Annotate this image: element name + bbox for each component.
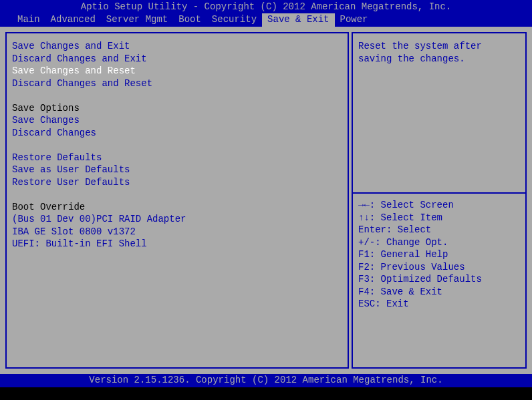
content-area: Save Changes and ExitDiscard Changes and…: [0, 27, 532, 374]
key-help-list: →←: Select Screen↑↓: Select ItemEnter: S…: [358, 199, 520, 311]
key-help-line: F4: Save & Exit: [358, 286, 520, 298]
key-help-line: F3: Optimized Defaults: [358, 273, 520, 286]
option-uefi-built-in-efi-shell[interactable]: UEFI: Built-in EFI Shell: [12, 238, 342, 250]
footer-text: Version 2.15.1236. Copyright (C) 2012 Am…: [0, 374, 532, 387]
blank-line: [12, 89, 342, 102]
option-save-changes-and-reset[interactable]: Save Changes and Reset: [12, 65, 342, 77]
key-help-line: ↑↓: Select Item: [358, 212, 520, 224]
option-bus-01-dev-00-pci-raid-adapter[interactable]: (Bus 01 Dev 00)PCI RAID Adapter: [12, 213, 342, 226]
menu-bar: MainAdvancedServer MgmtBootSecuritySave …: [0, 13, 532, 27]
option-discard-changes-and-reset[interactable]: Discard Changes and Reset: [12, 77, 342, 90]
option-discard-changes[interactable]: Discard Changes: [12, 127, 342, 140]
blank-line: [12, 188, 342, 201]
key-help-line: +/-: Change Opt.: [358, 236, 520, 249]
option-discard-changes-and-exit[interactable]: Discard Changes and Exit: [12, 53, 342, 65]
left-panel: Save Changes and ExitDiscard Changes and…: [5, 32, 349, 369]
key-help-line: F2: Previous Values: [358, 261, 520, 274]
option-save-changes-and-exit[interactable]: Save Changes and Exit: [12, 40, 342, 53]
menu-tab-power[interactable]: Power: [335, 13, 374, 27]
header-title: Aptio Setup Utility - Copyright (C) 2012…: [0, 0, 532, 13]
menu-tab-server-mgmt[interactable]: Server Mgmt: [101, 13, 173, 27]
menu-tab-advanced[interactable]: Advanced: [45, 13, 101, 27]
option-save-changes[interactable]: Save Changes: [12, 114, 342, 127]
right-panel: Reset the system after saving the change…: [352, 32, 527, 369]
key-help-line: →←: Select Screen: [358, 199, 520, 212]
section-header: Boot Override: [12, 201, 342, 214]
help-description-container: Reset the system after saving the change…: [358, 40, 520, 192]
key-help-line: Enter: Select: [358, 224, 520, 236]
menu-tab-save-exit[interactable]: Save & Exit: [262, 13, 334, 27]
key-help-line: ESC: Exit: [358, 298, 520, 311]
help-divider: [353, 192, 525, 194]
option-iba-ge-slot-0800-v1372[interactable]: IBA GE Slot 0800 v1372: [12, 226, 342, 238]
blank-line: [12, 139, 342, 152]
footer-spacer: [0, 387, 532, 400]
option-restore-user-defaults[interactable]: Restore User Defaults: [12, 176, 342, 189]
menu-tab-security[interactable]: Security: [207, 13, 262, 27]
section-header: Save Options: [12, 102, 342, 115]
option-restore-defaults[interactable]: Restore Defaults: [12, 152, 342, 164]
menu-tab-main[interactable]: Main: [12, 13, 45, 27]
option-save-as-user-defaults[interactable]: Save as User Defaults: [12, 164, 342, 176]
menu-tab-boot[interactable]: Boot: [173, 13, 207, 27]
help-description: Reset the system after saving the change…: [358, 40, 520, 65]
key-help-line: F1: General Help: [358, 248, 520, 261]
